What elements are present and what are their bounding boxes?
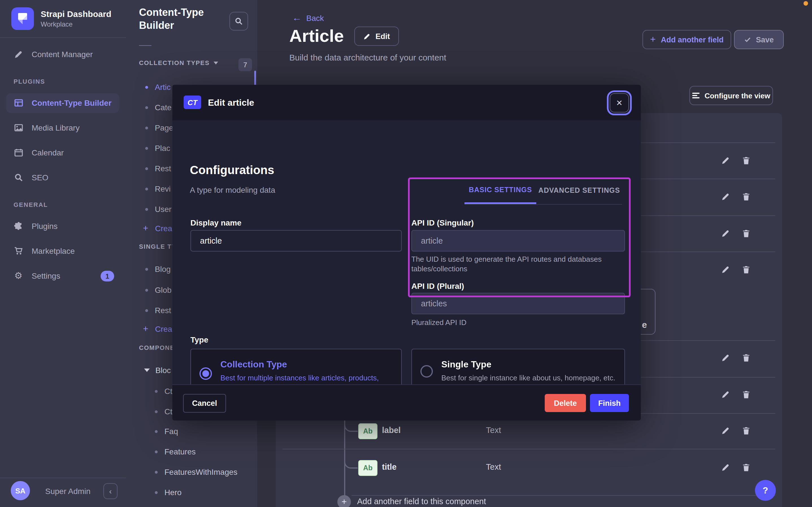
recording-indicator-icon [804, 1, 808, 6]
type-label: Type [190, 335, 402, 344]
content-type-badge: CT [184, 96, 201, 109]
option-title: Single Type [441, 359, 491, 370]
modal-title: Edit article [208, 98, 254, 108]
modal-header: CT Edit article ✕ [172, 85, 641, 121]
edit-article-modal: CT Edit article ✕ Configurations A type … [172, 85, 641, 420]
display-name-input[interactable]: article [190, 230, 402, 251]
radio-unselected-icon[interactable] [420, 365, 433, 378]
cancel-button[interactable]: Cancel [183, 394, 226, 413]
configurations-heading: Configurations [190, 163, 274, 177]
option-title: Collection Type [221, 359, 287, 370]
annotation-highlight-box [408, 177, 631, 297]
finish-button[interactable]: Finish [590, 394, 629, 412]
modal-footer: Cancel Delete Finish [172, 384, 641, 420]
display-name-label: Display name [190, 218, 402, 227]
close-button[interactable]: ✕ [610, 93, 629, 112]
configurations-subtitle: A type for modeling data [190, 185, 275, 194]
app-window: Strapi Dashboard Workplace Content Manag… [0, 0, 812, 507]
delete-button[interactable]: Delete [545, 394, 586, 412]
option-description: Best for single instance like about us, … [441, 373, 615, 383]
api-id-plural-hint: Pluralized API ID [412, 318, 625, 327]
radio-selected-icon[interactable] [199, 368, 212, 380]
